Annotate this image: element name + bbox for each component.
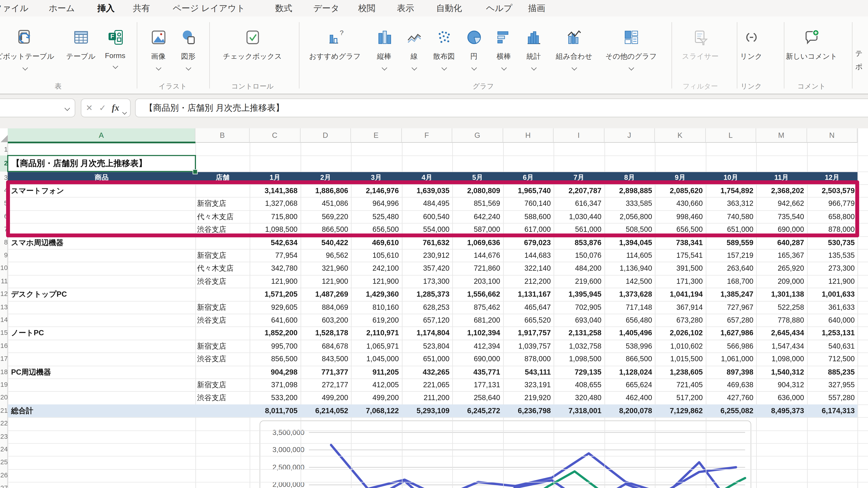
cell-F8[interactable]: 761,632 (403, 236, 450, 249)
cell-J7[interactable]: 508,500 (605, 223, 652, 236)
cell-C16[interactable]: 995,700 (251, 339, 298, 352)
row-header-7[interactable]: 7 (0, 223, 8, 236)
cell-E13[interactable]: 810,160 (352, 301, 399, 314)
chevron-down-icon[interactable] (186, 65, 191, 70)
cell-A4[interactable]: スマートフォン (11, 184, 188, 197)
cell-L6[interactable]: 740,580 (707, 210, 753, 223)
cell-K10[interactable]: 391,500 (656, 262, 703, 275)
cell-K5[interactable]: 430,660 (656, 197, 703, 210)
col-header-L[interactable]: L (706, 128, 756, 143)
cell-H18[interactable]: 543,111 (504, 365, 551, 379)
col-header-B[interactable]: B (195, 128, 250, 143)
cell-F16[interactable]: 523,804 (403, 339, 450, 352)
cell-B14[interactable]: 渋谷支店 (197, 314, 248, 327)
cell-N6[interactable]: 658,800 (808, 210, 855, 223)
cell-K7[interactable]: 656,500 (656, 223, 703, 236)
cell-J9[interactable]: 114,605 (605, 249, 652, 262)
menu-tab-2[interactable]: ホーム (49, 0, 75, 17)
cell-M6[interactable]: 735,540 (757, 210, 804, 223)
cell-N11[interactable]: 121,900 (808, 275, 855, 288)
cell-E20[interactable]: 499,200 (352, 391, 399, 404)
cell-E8[interactable]: 469,610 (352, 236, 399, 249)
cell-J18[interactable]: 1,128,024 (605, 365, 652, 379)
cell-F11[interactable]: 173,300 (403, 275, 450, 288)
col-header-K[interactable]: K (655, 128, 706, 143)
cell-M18[interactable]: 1,540,312 (757, 365, 804, 379)
cell-H9[interactable]: 144,683 (504, 249, 551, 262)
cell-D10[interactable]: 321,960 (301, 262, 348, 275)
menu-tab-7[interactable]: データ (313, 0, 340, 17)
cancel-icon[interactable]: ✕ (86, 99, 93, 116)
cell-D13[interactable]: 884,069 (301, 301, 348, 314)
cell-K4[interactable]: 2,085,620 (656, 184, 703, 197)
chevron-down-icon[interactable] (22, 65, 28, 70)
cell-I10[interactable]: 484,200 (555, 262, 601, 275)
cell-D15[interactable]: 1,528,178 (301, 327, 348, 339)
fx-icon[interactable]: fx (112, 99, 119, 116)
cell-E19[interactable]: 412,005 (352, 379, 399, 391)
cell-C15[interactable]: 1,852,200 (251, 327, 298, 339)
cell-K19[interactable]: 721,405 (656, 379, 703, 391)
row-header-4[interactable]: 4 (0, 184, 8, 197)
menu-tab-5[interactable]: ページ レイアウト (173, 0, 245, 17)
cell-M20[interactable]: 636,000 (757, 391, 804, 404)
cell-C17[interactable]: 856,500 (251, 352, 298, 365)
cell-G12[interactable]: 1,556,662 (454, 288, 500, 301)
cell-K16[interactable]: 1,010,602 (656, 339, 703, 352)
row-header-21[interactable]: 21 (0, 404, 8, 417)
cell-D17[interactable]: 843,500 (301, 352, 348, 365)
cell-L8[interactable]: 589,559 (707, 236, 753, 249)
menu-tab-3[interactable]: 挿入 (97, 0, 115, 17)
cell-L9[interactable]: 157,219 (707, 249, 753, 262)
cell-G21[interactable]: 6,245,272 (454, 404, 500, 417)
cell-M5[interactable]: 942,662 (757, 197, 804, 210)
cell-G4[interactable]: 2,080,809 (454, 184, 500, 197)
cell-M7[interactable]: 690,000 (757, 223, 804, 236)
cell-G11[interactable]: 203,100 (454, 275, 500, 288)
cell-L13[interactable]: 727,967 (707, 301, 753, 314)
cell-N8[interactable]: 530,735 (808, 236, 855, 249)
formula-input[interactable]: 【商品別・店舗別 月次売上推移表】 (135, 98, 868, 117)
cell-M10[interactable]: 265,920 (757, 262, 804, 275)
chevron-down-icon[interactable] (112, 64, 118, 69)
cell-L17[interactable]: 1,061,000 (707, 352, 753, 365)
cell-B13[interactable]: 新宿支店 (197, 301, 248, 314)
cell-H13[interactable]: 465,647 (504, 301, 551, 314)
cell-D19[interactable]: 272,177 (301, 379, 348, 391)
cell-M21[interactable]: 8,495,373 (757, 404, 804, 417)
cell-I21[interactable]: 7,318,001 (555, 404, 601, 417)
cell-D11[interactable]: 121,900 (301, 275, 348, 288)
cell-E17[interactable]: 1,045,000 (352, 352, 399, 365)
selected-cell-A2[interactable]: 【商品別・店舗別 月次売上推移表】 (7, 155, 196, 172)
cell-H6[interactable]: 588,600 (504, 210, 551, 223)
cell-F6[interactable]: 600,540 (403, 210, 450, 223)
cell-C21[interactable]: 8,011,705 (251, 404, 298, 417)
cell-H10[interactable]: 322,140 (504, 262, 551, 275)
cell-F10[interactable]: 357,420 (403, 262, 450, 275)
cell-K15[interactable]: 2,026,102 (656, 327, 703, 339)
cell-B17[interactable]: 渋谷支店 (197, 352, 248, 365)
cell-B10[interactable]: 代々木支店 (197, 262, 248, 275)
cell-C13[interactable]: 929,605 (251, 301, 298, 314)
cell-L5[interactable]: 363,312 (707, 197, 753, 210)
cell-M9[interactable]: 165,367 (757, 249, 804, 262)
row-header-16[interactable]: 16 (0, 339, 8, 352)
cell-H7[interactable]: 617,000 (504, 223, 551, 236)
cell-F15[interactable]: 1,174,804 (403, 327, 450, 339)
cell-L16[interactable]: 566,986 (707, 339, 753, 352)
cell-C5[interactable]: 1,327,068 (251, 197, 298, 210)
cell-H16[interactable]: 1,039,757 (504, 339, 551, 352)
cell-L21[interactable]: 6,255,082 (707, 404, 753, 417)
cell-G18[interactable]: 435,771 (454, 365, 500, 379)
cell-C20[interactable]: 533,200 (251, 391, 298, 404)
cell-G20[interactable]: 258,640 (454, 391, 500, 404)
cell-H19[interactable]: 323,191 (504, 379, 551, 391)
cell-D12[interactable]: 1,487,269 (301, 288, 348, 301)
cell-C10[interactable]: 342,780 (251, 262, 298, 275)
col-header-I[interactable]: I (554, 128, 604, 143)
cell-I7[interactable]: 561,000 (555, 223, 601, 236)
cell-J13[interactable]: 717,148 (605, 301, 652, 314)
cell-M16[interactable]: 1,547,434 (757, 339, 804, 352)
cell-C11[interactable]: 121,900 (251, 275, 298, 288)
cell-C6[interactable]: 715,800 (251, 210, 298, 223)
